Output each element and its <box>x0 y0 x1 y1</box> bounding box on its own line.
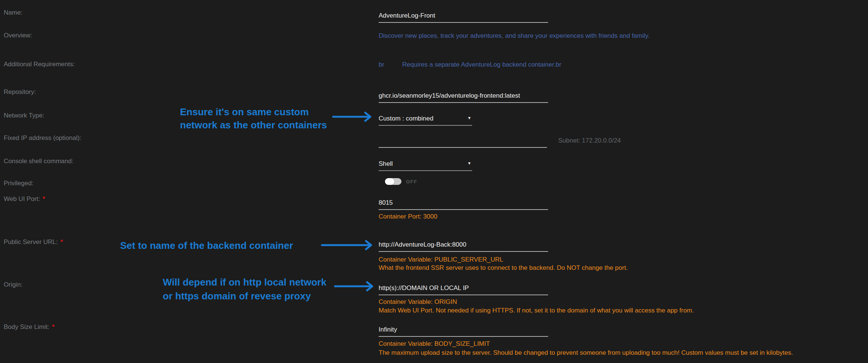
name-label: Name: <box>4 9 22 16</box>
overview-label: Overview: <box>4 32 32 39</box>
name-input[interactable] <box>379 12 548 23</box>
privileged-toggle[interactable] <box>385 178 401 185</box>
container-port-help: Container Port: 3000 <box>379 213 437 220</box>
origin-description-help: Match Web UI Port. Not needed if using H… <box>379 307 694 314</box>
console-shell-label: Console shell command: <box>4 158 73 165</box>
annotation-arrow-icon <box>334 280 377 292</box>
body-size-limit-label: Body Size Limit:* <box>4 323 55 331</box>
console-shell-value: Shell <box>379 160 393 167</box>
container-settings-form: Name: Overview: Additional Requirements:… <box>0 0 868 363</box>
privileged-label: Privileged: <box>4 180 33 187</box>
web-ui-port-input[interactable] <box>379 199 548 210</box>
required-asterisk: * <box>43 195 45 202</box>
annotation-network-type: Ensure it's on same custom network as th… <box>180 106 327 132</box>
required-asterisk: * <box>52 323 55 330</box>
public-server-url-variable-help: Container Variable: PUBLIC_SERVER_URL <box>379 256 503 263</box>
public-server-url-label: Public Server URL:* <box>4 238 63 246</box>
origin-input[interactable] <box>379 284 548 295</box>
body-size-limit-input[interactable] <box>379 326 548 337</box>
additional-requirements-text: Requires a separate AdventureLog backend… <box>402 61 561 68</box>
annotation-arrow-icon <box>332 111 375 123</box>
repository-input[interactable] <box>379 92 548 103</box>
web-ui-port-label: Web UI Port:* <box>4 195 45 203</box>
public-server-url-input[interactable] <box>379 241 548 252</box>
network-type-value: Custom : combined <box>379 115 433 122</box>
dropdown-caret-icon[interactable]: ▼ <box>467 116 471 120</box>
toggle-knob-icon <box>385 178 394 185</box>
privileged-state-label: OFF <box>406 179 418 184</box>
console-shell-select[interactable]: Shell ▼ <box>379 160 472 171</box>
required-asterisk: * <box>61 238 63 245</box>
annotation-origin: Will depend if on http local network or … <box>163 275 326 303</box>
fixed-ip-label: Fixed IP address (optional): <box>4 134 82 142</box>
annotation-public-server-url: Set to name of the backend container <box>120 240 293 251</box>
additional-requirements-prefix: br <box>379 61 384 68</box>
origin-label: Origin: <box>4 281 22 289</box>
body-size-limit-description-help: The maximum upload size to the server. S… <box>379 349 793 357</box>
public-server-url-description-help: What the frontend SSR server uses to con… <box>379 264 628 272</box>
network-type-select[interactable]: Custom : combined ▼ <box>379 115 472 126</box>
repository-label: Repository: <box>4 88 36 96</box>
fixed-ip-input[interactable] <box>379 137 547 148</box>
overview-text: Discover new places, track your adventur… <box>379 32 650 40</box>
network-type-label: Network Type: <box>4 112 44 119</box>
additional-requirements-label: Additional Requirements: <box>4 61 75 68</box>
body-size-limit-variable-help: Container Variable: BODY_SIZE_LIMIT <box>379 340 490 348</box>
annotation-arrow-icon <box>321 239 376 251</box>
subnet-note: Subnet: 172.20.0.0/24 <box>558 137 621 144</box>
dropdown-caret-icon[interactable]: ▼ <box>467 161 471 165</box>
origin-variable-help: Container Variable: ORIGIN <box>379 298 457 306</box>
